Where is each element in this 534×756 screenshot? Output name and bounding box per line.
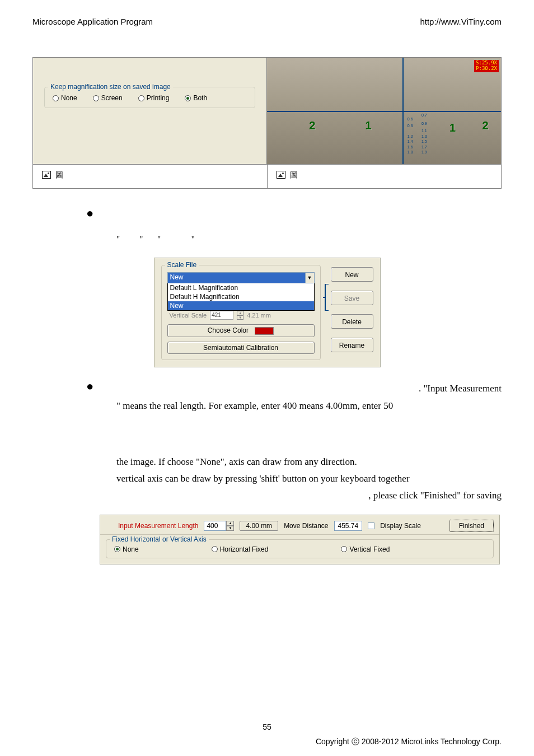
radio-none[interactable]: None <box>53 94 77 102</box>
figure-right-cell: S:25.9X P:30.2X 0.6 0.8 1.2 1.4 1.6 1.8 … <box>267 58 501 164</box>
radio-axis-vertical-circle <box>341 546 347 552</box>
scale-file-combo[interactable]: New ▼ <box>167 272 315 283</box>
rename-button[interactable]: Rename <box>331 338 373 352</box>
color-swatch <box>255 327 274 335</box>
page-number: 55 <box>0 722 534 731</box>
ruler-big-1a: 1 <box>366 119 372 132</box>
figure-right-caption-text: 圖 <box>290 170 298 179</box>
radio-none-circle <box>53 95 59 101</box>
radio-screen[interactable]: Screen <box>93 94 123 102</box>
new-button[interactable]: New <box>331 267 373 282</box>
doc-title-left: Microscope Application Program <box>32 17 153 26</box>
radio-axis-none-circle <box>114 546 120 552</box>
image-icon <box>42 171 51 179</box>
figure-left-caption: 圖 <box>33 165 267 188</box>
radio-axis-vertical[interactable]: Vertical Fixed <box>341 545 390 553</box>
choose-color-label: Choose Color <box>208 326 249 334</box>
finished-button[interactable]: Finished <box>449 520 494 532</box>
save-button[interactable]: Save <box>331 291 373 305</box>
figure-left-cell: Keep magnification size on saved image N… <box>33 58 267 164</box>
chevron-down-icon[interactable]: ▼ <box>305 273 314 283</box>
bullet-dot: ● <box>86 381 93 392</box>
figure-left-caption-text: 圖 <box>55 170 63 179</box>
image-icon <box>277 171 285 179</box>
fixed-axis-legend: Fixed Horizontal or Vertical Axis <box>110 535 209 543</box>
radio-both-circle <box>185 95 191 101</box>
input-measurement-label: Input Measurement Length <box>118 522 198 530</box>
display-scale-checkbox[interactable] <box>368 522 374 529</box>
input-measurement-stepper[interactable]: 400 ▲▼ <box>204 521 234 531</box>
doc-title-right: http://www.ViTiny.com <box>420 17 502 26</box>
radio-printing[interactable]: Printing <box>138 94 170 102</box>
copyright: Copyright ⓒ 2008-2012 MicroLinks Technol… <box>316 737 502 747</box>
para2-line1: the image. If choose "None", axis can dr… <box>116 454 502 470</box>
vertical-scale-mm: 4.21 mm <box>247 312 271 319</box>
radio-none-label: None <box>61 94 77 102</box>
radio-axis-none[interactable]: None <box>114 545 139 553</box>
scale-file-dropdown[interactable]: Default L Magnification Default H Magnif… <box>167 283 315 311</box>
move-distance-value: 455.74 <box>334 521 363 531</box>
figure-row: Keep magnification size on saved image N… <box>32 57 502 165</box>
radio-axis-none-label: None <box>123 545 139 553</box>
ruler-big-2b: 2 <box>483 119 489 132</box>
keep-magnification-group: Keep magnification size on saved image N… <box>44 87 255 108</box>
radio-axis-horizontal-label: Horizontal Fixed <box>220 545 269 553</box>
measurement-control-bar: Input Measurement Length 400 ▲▼ 4.00 mm … <box>100 515 500 564</box>
bullet-dot: ● <box>86 208 93 219</box>
dropdown-item-default-l[interactable]: Default L Magnification <box>168 283 314 292</box>
semi-calibration-button[interactable]: Semiautomati Calibration <box>167 342 315 354</box>
figure-right-caption: 圖 <box>267 165 501 188</box>
crosshair-horizontal <box>267 111 501 112</box>
radio-axis-vertical-label: Vertical Fixed <box>349 545 390 553</box>
para1-line1: . "Input Measurement <box>116 380 502 397</box>
badge-p: P:30.2X <box>476 66 497 72</box>
choose-color-button[interactable]: Choose Color <box>167 324 315 337</box>
para1-line2: " means the real length. For example, en… <box>116 398 502 414</box>
vertical-scale-input[interactable]: 421 <box>210 311 233 320</box>
scale-file-legend: Scale File <box>165 261 199 269</box>
vertical-scale-stepper[interactable]: ▲▼ <box>237 311 243 320</box>
radio-axis-horizontal[interactable]: Horizontal Fixed <box>212 545 269 553</box>
radio-screen-circle <box>93 95 99 101</box>
radio-both[interactable]: Both <box>185 94 207 102</box>
scale-file-panel: Scale File New ▼ Default L Magnification… <box>154 258 381 367</box>
mm-button[interactable]: 4.00 mm <box>240 521 278 531</box>
ruler-big-2a: 2 <box>309 119 315 132</box>
input-measurement-value[interactable]: 400 <box>204 521 226 531</box>
radio-axis-horizontal-circle <box>212 546 218 552</box>
chevron-up-icon[interactable]: ▲ <box>226 521 234 526</box>
scale-file-selected: New <box>168 273 305 283</box>
ruler-big-1b: 1 <box>449 122 456 134</box>
move-distance-label: Move Distance <box>284 522 328 530</box>
radio-screen-label: Screen <box>101 94 123 102</box>
dropdown-item-new[interactable]: New <box>168 301 314 310</box>
keep-magnification-legend: Keep magnification size on saved image <box>48 83 173 91</box>
vertical-scale-label: Vertical Scale <box>170 312 207 319</box>
para2-line2: vertical axis can be draw by pressing 's… <box>116 470 502 487</box>
chevron-down-icon[interactable]: ▼ <box>226 526 234 531</box>
display-scale-label: Display Scale <box>380 522 421 530</box>
radio-both-label: Both <box>193 94 207 102</box>
radio-printing-circle <box>138 95 144 101</box>
radio-printing-label: Printing <box>147 94 170 102</box>
magnification-badge: S:25.9X P:30.2X <box>474 60 499 72</box>
delete-button[interactable]: Delete <box>331 314 373 329</box>
quote-fragment-line: " " " " <box>116 235 502 244</box>
para2-line3: , please click "Finished" for saving <box>116 487 502 504</box>
dropdown-item-default-h[interactable]: Default H Magnification <box>168 292 314 301</box>
